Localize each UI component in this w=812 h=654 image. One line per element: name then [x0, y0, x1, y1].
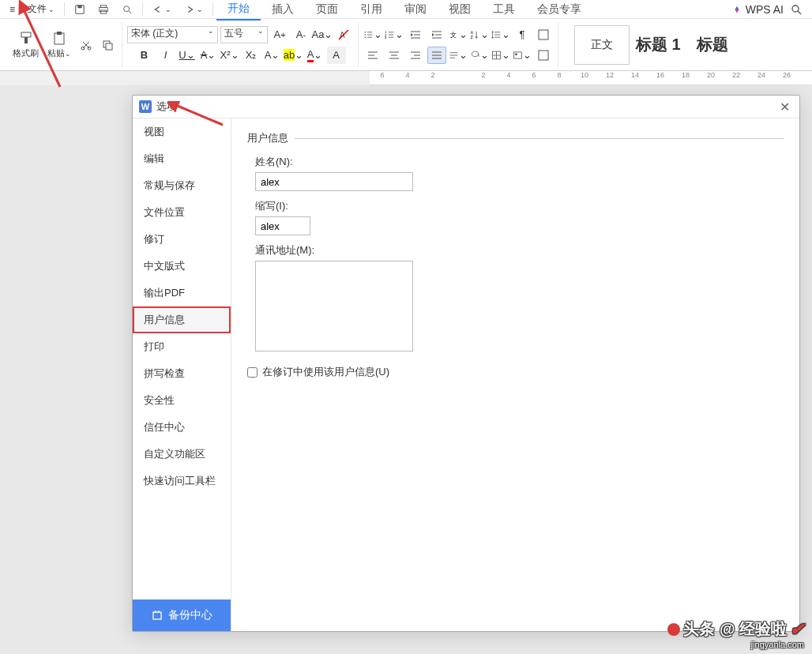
name-input[interactable]: [255, 172, 413, 191]
backup-center-button[interactable]: 备份中心: [133, 600, 231, 631]
print-icon[interactable]: [92, 2, 115, 17]
sidebar-item-output-pdf[interactable]: 输出PDF: [133, 280, 231, 306]
subscript-button[interactable]: X₂: [242, 47, 261, 64]
styles-group: 正文 标题 1 标题: [558, 22, 749, 67]
font-color-button[interactable]: A⌄: [306, 47, 325, 64]
ribbon: 格式刷 粘贴⌄ 宋体 (正文) ⌄ 五号 ⌄ A+ A- Aa⌄ A: [0, 19, 812, 71]
sidebar-item-print[interactable]: 打印: [133, 333, 231, 360]
tab-page[interactable]: 页面: [305, 0, 349, 20]
bullet-list-icon[interactable]: ⌄: [363, 26, 382, 43]
sidebar-item-spellcheck[interactable]: 拼写检查: [133, 360, 231, 387]
border-icon[interactable]: ⌄: [491, 47, 510, 64]
strikethrough-button[interactable]: A⌄: [199, 47, 218, 64]
sidebar-item-security[interactable]: 安全性: [133, 387, 231, 414]
tab-insert[interactable]: 插入: [261, 0, 305, 20]
style-heading1[interactable]: 标题 1: [636, 34, 681, 55]
svg-marker-8: [735, 9, 739, 13]
svg-rect-54: [539, 30, 548, 39]
number-list-icon[interactable]: 123⌄: [385, 26, 404, 43]
line-spacing-icon[interactable]: ⌄: [491, 26, 510, 43]
ruler[interactable]: 6 4 2 2 4 6 8 10 12 14 16 18 20 22 24 26: [370, 71, 812, 85]
style-normal[interactable]: 正文: [574, 25, 630, 65]
watermark-logo-icon: [667, 623, 680, 636]
watermark-text: 头条 @ 经验啦: [683, 618, 787, 640]
svg-marker-52: [491, 31, 494, 32]
tabs-icon[interactable]: ⌄: [513, 47, 532, 64]
underline-button[interactable]: U⌄: [178, 47, 197, 64]
sidebar-item-user-info[interactable]: 用户信息: [133, 306, 231, 333]
show-marks-icon[interactable]: ¶: [513, 26, 532, 43]
shading-icon[interactable]: ⌄: [470, 47, 489, 64]
outdent-icon[interactable]: [406, 26, 425, 43]
ruler-area: 6 4 2 2 4 6 8 10 12 14 16 18 20 22 24 26: [0, 71, 812, 85]
svg-text:Z: Z: [471, 35, 473, 39]
checkmark-icon: ✔: [790, 619, 804, 640]
sidebar-item-quick-access[interactable]: 快速访问工具栏: [133, 468, 231, 494]
close-icon[interactable]: ✕: [776, 100, 793, 115]
italic-button[interactable]: I: [156, 47, 175, 64]
font-size-select[interactable]: 五号 ⌄: [220, 26, 268, 43]
svg-rect-77: [153, 612, 161, 619]
svg-text:A: A: [471, 31, 474, 35]
initials-input[interactable]: [255, 216, 310, 235]
svg-point-9: [792, 6, 799, 12]
annotation-arrow-2: [167, 101, 231, 133]
wps-ai-button[interactable]: WPS AI: [731, 3, 784, 16]
tab-view[interactable]: 视图: [438, 0, 482, 20]
clear-format-icon[interactable]: A: [334, 26, 353, 43]
svg-point-25: [365, 34, 367, 36]
align-right-icon[interactable]: [406, 47, 425, 64]
tab-reference[interactable]: 引用: [349, 0, 393, 20]
svg-point-27: [365, 36, 367, 38]
text-effect-button[interactable]: A⌄: [263, 47, 282, 64]
decrease-font-icon[interactable]: A-: [291, 26, 310, 43]
svg-point-70: [472, 51, 478, 57]
change-case-icon[interactable]: Aa⌄: [313, 26, 332, 43]
text-direction-icon[interactable]: 文⌄: [449, 26, 468, 43]
bold-button[interactable]: B: [135, 47, 154, 64]
watermark: 头条 @ 经验啦 ✔ jingyanla.com: [667, 618, 804, 649]
address-textarea[interactable]: [255, 261, 413, 351]
align-center-icon[interactable]: [385, 47, 404, 64]
highlight-button[interactable]: ab⌄: [284, 47, 303, 64]
redo-icon[interactable]: ⌄: [178, 2, 209, 17]
sidebar-item-trust-center[interactable]: 信任中心: [133, 414, 231, 441]
align-left-icon[interactable]: [363, 47, 382, 64]
char-shading-button[interactable]: A: [327, 47, 346, 64]
increase-font-icon[interactable]: A+: [270, 26, 289, 43]
paragraph-dialog-icon[interactable]: [534, 47, 553, 64]
svg-marker-40: [432, 33, 434, 36]
font-name-select[interactable]: 宋体 (正文) ⌄: [127, 26, 218, 43]
tab-start[interactable]: 开始: [216, 0, 261, 21]
tab-tools[interactable]: 工具: [482, 0, 526, 20]
menubar: ≡ 文件 ⌄ ⌄ ⌄ 开始 插入 页面 引用 审阅 视图 工具 会员专享 WPS…: [0, 0, 812, 19]
sort-icon[interactable]: AZ⌄: [470, 26, 489, 43]
svg-rect-75: [515, 53, 517, 54]
svg-rect-20: [106, 43, 112, 50]
copy-button[interactable]: [98, 37, 117, 53]
svg-line-81: [23, 8, 60, 87]
preview-icon[interactable]: [115, 2, 139, 17]
superscript-button[interactable]: X²⌄: [220, 47, 239, 64]
svg-point-5: [124, 6, 130, 11]
dialog-titlebar: W 选项 ✕: [133, 96, 799, 118]
sidebar-item-revision[interactable]: 修订: [133, 226, 231, 253]
search-icon[interactable]: [784, 1, 809, 18]
distribute-icon[interactable]: ⌄: [449, 47, 468, 64]
sidebar-item-chinese-layout[interactable]: 中文版式: [133, 253, 231, 280]
sidebar-item-general-save[interactable]: 常规与保存: [133, 172, 231, 199]
align-justify-icon[interactable]: [427, 47, 446, 64]
svg-marker-36: [411, 33, 413, 36]
tab-member[interactable]: 会员专享: [526, 0, 592, 20]
style-heading-more[interactable]: 标题: [697, 34, 728, 55]
indent-icon[interactable]: [427, 26, 446, 43]
svg-line-6: [129, 10, 132, 13]
sidebar-item-file-location[interactable]: 文件位置: [133, 199, 231, 226]
sidebar-item-customize-ribbon[interactable]: 自定义功能区: [133, 441, 231, 468]
sidebar-item-edit[interactable]: 编辑: [133, 145, 231, 172]
tab-review[interactable]: 审阅: [393, 0, 438, 20]
borders-icon[interactable]: [534, 26, 553, 43]
use-in-revision-checkbox[interactable]: [247, 367, 258, 378]
wps-icon: W: [139, 100, 152, 113]
undo-icon[interactable]: ⌄: [146, 2, 178, 17]
